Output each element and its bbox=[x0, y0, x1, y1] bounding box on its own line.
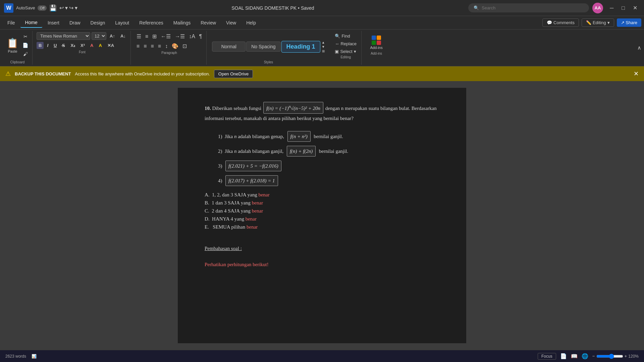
menu-mailings[interactable]: Mailings bbox=[169, 18, 195, 27]
font-color-button[interactable]: A bbox=[88, 42, 95, 49]
menu-insert[interactable]: Insert bbox=[43, 18, 64, 27]
superscript-button[interactable]: X² bbox=[78, 42, 87, 49]
window-controls: ─ □ ✕ bbox=[607, 3, 640, 12]
menu-view[interactable]: View bbox=[221, 18, 241, 27]
menu-help[interactable]: Help bbox=[241, 18, 261, 27]
ribbon: 📋 Paste ✂ 📄 🖌 Clipboard Times New Roman … bbox=[0, 29, 644, 66]
paste-button[interactable]: 📋 Paste bbox=[5, 36, 20, 55]
align-left-button[interactable]: ≡ bbox=[135, 42, 141, 50]
item-2: 2) Jika n adalah bilangan ganjil, f(n) +… bbox=[218, 145, 439, 157]
warning-icon: ⚠ bbox=[5, 70, 11, 77]
word-icon: W bbox=[4, 3, 13, 13]
align-right-button[interactable]: ≡ bbox=[149, 42, 155, 50]
replace-button[interactable]: ↔ Replace bbox=[333, 41, 359, 47]
zoom-in-button[interactable]: + bbox=[625, 354, 627, 359]
shading-button[interactable]: 🎨 bbox=[170, 42, 180, 50]
menu-home[interactable]: Home bbox=[20, 18, 42, 28]
open-onedrive-button[interactable]: Open OneDrive bbox=[214, 70, 253, 78]
question-items: 1) Jika n adalah bilangan genap, f(n + n… bbox=[205, 130, 439, 187]
quick-access-dropdown[interactable]: ▾ bbox=[75, 5, 77, 11]
close-notification-button[interactable]: ✕ bbox=[634, 70, 639, 77]
numbered-list-button[interactable]: ≡ bbox=[144, 32, 150, 41]
cut-button[interactable]: ✂ bbox=[21, 33, 30, 41]
menu-design[interactable]: Design bbox=[86, 18, 110, 27]
formula-item-2: f(n) + f(2n) bbox=[287, 146, 316, 157]
select-button[interactable]: ▣ Select ▾ bbox=[333, 48, 359, 55]
copy-button[interactable]: 📄 bbox=[21, 41, 30, 49]
style-no-spacing[interactable]: No Spacing bbox=[246, 42, 280, 52]
decrease-font-button[interactable]: A↓ bbox=[118, 33, 128, 40]
decrease-indent-button[interactable]: ←☰ bbox=[159, 32, 172, 41]
minimize-button[interactable]: ─ bbox=[607, 3, 616, 12]
sort-button[interactable]: ↕A bbox=[187, 32, 197, 41]
question-number: 10. bbox=[205, 106, 211, 111]
save-button[interactable]: 💾 bbox=[49, 4, 57, 12]
redo-button[interactable]: ↪ bbox=[69, 5, 73, 11]
increase-font-button[interactable]: A↑ bbox=[108, 33, 117, 40]
style-heading[interactable]: Heading 1 bbox=[281, 41, 320, 53]
close-button[interactable]: ✕ bbox=[630, 3, 640, 12]
status-bar-right: Focus 📄 📖 🌐 − + 120% bbox=[538, 353, 639, 360]
zoom-slider[interactable] bbox=[596, 354, 623, 359]
read-mode-button[interactable]: 📖 bbox=[571, 353, 578, 359]
highlight-button[interactable]: A bbox=[97, 42, 104, 49]
web-layout-button[interactable]: 🌐 bbox=[582, 353, 588, 359]
document-page: 10. Diberikan sebuah fungsi f(n) = (−1)n… bbox=[178, 88, 466, 343]
undo-dropdown[interactable]: ▾ bbox=[65, 5, 68, 11]
clipboard-label: Clipboard bbox=[10, 60, 25, 65]
increase-indent-button[interactable]: →☰ bbox=[173, 32, 186, 41]
bold-button[interactable]: B bbox=[37, 42, 44, 49]
font-name-select[interactable]: Times New Roman bbox=[37, 32, 90, 40]
undo-button[interactable]: ↩ bbox=[59, 5, 64, 11]
styles-expand[interactable]: ⊞ bbox=[322, 49, 325, 53]
menu-references[interactable]: References bbox=[135, 18, 168, 27]
line-spacing-button[interactable]: ↕ bbox=[163, 42, 169, 50]
title-bar: W AutoSave Off 💾 ↩ ▾ ↪ ▾ SOAL SIDANG DOM… bbox=[0, 0, 644, 16]
menu-file[interactable]: File bbox=[3, 18, 20, 27]
item-3: 3) f(2.021) + 5 = −f(2.016) bbox=[218, 160, 439, 172]
share-button[interactable]: ↗ Share bbox=[617, 18, 641, 27]
status-bar: 2623 words 📊 Focus 📄 📖 🌐 − + 120% bbox=[0, 350, 644, 362]
formula-item-1: f(n + n²) bbox=[287, 131, 311, 142]
border-button[interactable]: ⊡ bbox=[181, 42, 189, 50]
styles-scroll-controls: ▲ ▼ ⊞ bbox=[322, 41, 325, 53]
autosave-toggle[interactable]: Off bbox=[38, 5, 46, 11]
ribbon-collapse-button[interactable]: ∧ bbox=[637, 45, 641, 51]
menu-review[interactable]: Review bbox=[196, 18, 221, 27]
zoom-control: − + 120% bbox=[592, 354, 639, 359]
autosave-label: AutoSave bbox=[16, 5, 35, 10]
clear-format-button[interactable]: ✕A bbox=[105, 42, 116, 49]
maximize-button[interactable]: □ bbox=[619, 3, 628, 12]
format-painter-button[interactable]: 🖌 bbox=[21, 50, 30, 58]
underline-button[interactable]: U bbox=[52, 42, 59, 49]
justify-button[interactable]: ≡ bbox=[156, 42, 163, 50]
style-normal[interactable]: Normal bbox=[212, 42, 246, 52]
focus-button[interactable]: Focus bbox=[538, 353, 556, 360]
strikethrough-button[interactable]: S̶ bbox=[60, 42, 67, 49]
addins-label: Add-ins bbox=[371, 51, 382, 56]
bullet-list-button[interactable]: ☰ bbox=[135, 32, 143, 41]
styles-scroll-up[interactable]: ▲ bbox=[322, 41, 325, 44]
menu-layout[interactable]: Layout bbox=[110, 18, 134, 27]
font-size-select[interactable]: 12 bbox=[92, 32, 106, 40]
zoom-out-button[interactable]: − bbox=[592, 354, 595, 359]
search-input[interactable] bbox=[482, 5, 582, 10]
user-avatar[interactable]: AA bbox=[592, 3, 603, 13]
subscript-button[interactable]: X₂ bbox=[68, 42, 77, 49]
print-layout-button[interactable]: 📄 bbox=[560, 353, 567, 359]
show-marks-button[interactable]: ¶ bbox=[198, 32, 204, 41]
paragraph-label: Paragraph bbox=[161, 50, 177, 55]
menu-draw[interactable]: Draw bbox=[65, 18, 85, 27]
item-1: 1) Jika n adalah bilangan genap, f(n + n… bbox=[218, 130, 439, 142]
addins-button[interactable]: Add-ins bbox=[369, 34, 384, 51]
editing-button[interactable]: ✏️ Editing ▾ bbox=[582, 18, 614, 27]
multilevel-list-button[interactable]: ⊞ bbox=[151, 32, 158, 41]
align-center-button[interactable]: ≡ bbox=[142, 42, 148, 50]
find-button[interactable]: 🔍 Find bbox=[333, 33, 359, 39]
styles-scroll-down[interactable]: ▼ bbox=[322, 45, 325, 49]
italic-button[interactable]: I bbox=[45, 42, 50, 49]
choice-b: B. 1 dan 3 SAJA yang benar bbox=[205, 199, 439, 207]
comments-button[interactable]: 💬 Comments bbox=[542, 18, 579, 27]
search-bar-container[interactable]: 🔍 bbox=[468, 3, 589, 12]
font-label: Font bbox=[79, 50, 86, 55]
